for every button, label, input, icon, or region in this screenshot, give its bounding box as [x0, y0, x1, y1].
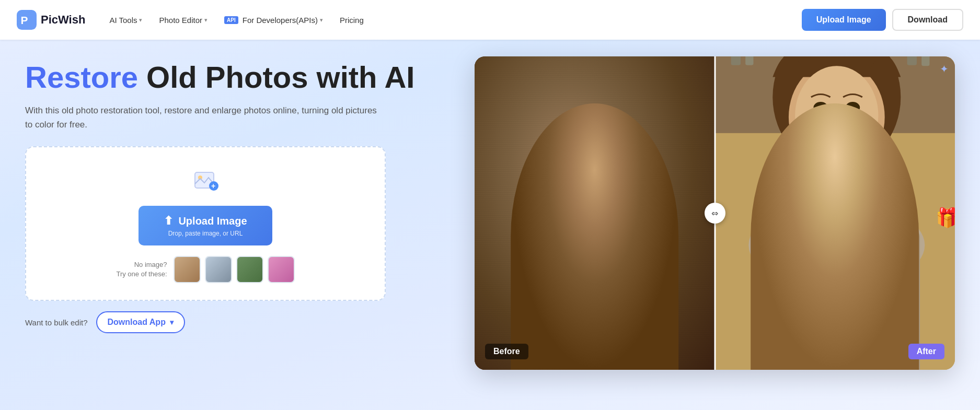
photo-after	[715, 56, 955, 370]
sample-thumb-3[interactable]	[236, 256, 263, 283]
bulk-edit-label: Want to bulk edit?	[25, 318, 88, 327]
nav-ai-tools[interactable]: AI Tools ▾	[102, 11, 149, 29]
svg-point-11	[513, 197, 673, 277]
main-content: Restore Old Photos with AI With this old…	[0, 40, 980, 410]
svg-rect-27	[812, 167, 860, 197]
upload-image-button[interactable]: ⬆ Upload Image Drop, paste image, or URL	[139, 206, 272, 245]
sample-thumb-2[interactable]	[205, 256, 232, 283]
nav-download-button[interactable]: Download	[892, 9, 963, 31]
download-app-button[interactable]: Download App ▾	[96, 311, 185, 333]
nav-for-developers[interactable]: API For Developers(APIs) ▾	[217, 11, 330, 29]
svg-point-9	[541, 57, 645, 177]
svg-point-18	[518, 56, 559, 89]
svg-line-17	[619, 56, 651, 213]
svg-text:+: +	[211, 182, 215, 190]
svg-rect-10	[569, 169, 617, 201]
download-app-label: Download App	[108, 318, 166, 327]
svg-rect-35	[745, 56, 753, 65]
navbar: P PicWish AI Tools ▾ Photo Editor ▾ API …	[0, 0, 980, 40]
svg-rect-36	[907, 56, 916, 65]
nav-photo-editor[interactable]: Photo Editor ▾	[152, 11, 215, 29]
svg-rect-7	[475, 56, 715, 370]
sample-images-row: No image? Try one of these:	[116, 256, 294, 283]
svg-point-15	[603, 100, 616, 110]
hero-title: Restore Old Photos with AI	[25, 61, 454, 94]
nav-pricing[interactable]: Pricing	[332, 11, 371, 29]
developers-chevron-icon: ▾	[320, 17, 323, 24]
decoration-star: ✦	[940, 63, 949, 75]
hero-title-rest: Old Photos with AI	[138, 60, 414, 94]
upload-button-label: Upload Image	[178, 215, 247, 227]
bulk-edit-row: Want to bulk edit? Download App ▾	[25, 311, 454, 333]
hero-subtitle: With this old photo restoration tool, re…	[25, 103, 381, 132]
logo-icon: P	[17, 10, 37, 30]
svg-rect-6	[475, 56, 715, 370]
svg-point-13	[549, 61, 637, 165]
upload-photo-icon: +	[191, 166, 220, 195]
logo-link[interactable]: P PicWish	[17, 10, 85, 30]
upload-sub-label: Drop, paste image, or URL	[168, 230, 243, 237]
svg-rect-37	[921, 56, 929, 66]
svg-rect-29	[753, 229, 920, 370]
nav-actions: Upload Image Download	[802, 9, 963, 31]
upload-icon-area: +	[191, 166, 220, 195]
after-label: After	[908, 344, 944, 359]
svg-rect-12	[523, 221, 664, 370]
sample-thumb-4[interactable]	[268, 256, 295, 283]
svg-point-21	[585, 119, 601, 132]
photo-editor-chevron-icon: ▾	[204, 17, 207, 24]
svg-line-16	[555, 56, 603, 293]
svg-point-33	[829, 121, 844, 132]
nav-items: AI Tools ▾ Photo Editor ▾ API For Develo…	[102, 11, 801, 29]
svg-point-31	[813, 102, 828, 113]
svg-text:P: P	[21, 14, 28, 26]
sample-thumb-1[interactable]	[174, 256, 201, 283]
photo-comparison-panel: ⇔ Before After ✦ 🎁	[475, 56, 955, 370]
download-app-chevron-icon: ▾	[170, 318, 174, 326]
svg-rect-8	[475, 56, 715, 370]
left-panel: Restore Old Photos with AI With this old…	[25, 56, 454, 333]
photo-before	[475, 56, 715, 370]
before-label: Before	[485, 344, 528, 359]
svg-point-30	[795, 66, 878, 165]
ai-tools-chevron-icon: ▾	[139, 17, 142, 24]
comparison-handle[interactable]: ⇔	[705, 203, 725, 224]
nav-upload-image-button[interactable]: Upload Image	[802, 9, 886, 31]
upload-box: + ⬆ Upload Image Drop, paste image, or U…	[25, 146, 386, 301]
svg-point-28	[748, 201, 925, 289]
upload-arrow-icon: ⬆	[164, 214, 173, 228]
hero-title-highlight: Restore	[25, 60, 138, 94]
decoration-gift: 🎁	[936, 207, 955, 229]
svg-rect-34	[731, 56, 740, 65]
svg-point-14	[571, 100, 584, 110]
sample-label: No image? Try one of these:	[116, 260, 167, 279]
svg-point-32	[845, 102, 860, 113]
api-badge: API	[224, 16, 238, 24]
handle-icon: ⇔	[711, 208, 718, 218]
brand-name: PicWish	[41, 13, 85, 27]
sample-thumbs	[174, 256, 295, 283]
